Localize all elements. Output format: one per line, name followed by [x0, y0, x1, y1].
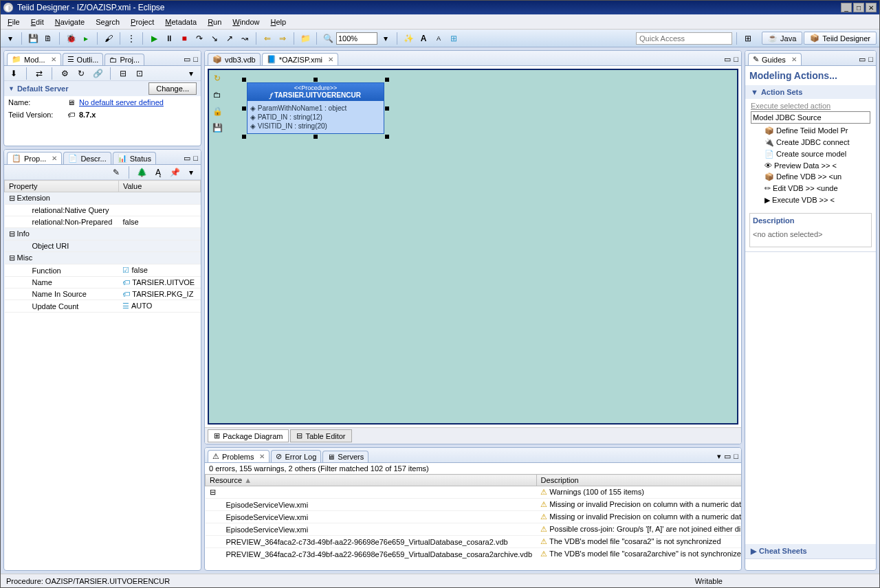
- tab-status[interactable]: 📊Status: [113, 152, 156, 164]
- action-item[interactable]: 📦 Define VDB >> <un: [754, 171, 868, 183]
- col-description[interactable]: Description: [536, 475, 741, 486]
- group-misc[interactable]: ⊟ Misc: [5, 252, 119, 264]
- tab-problems[interactable]: ⚠Problems✕: [208, 450, 270, 462]
- zoom-input[interactable]: [336, 32, 377, 45]
- prop-name-in-source[interactable]: Name In Source: [5, 289, 119, 300]
- stepinto-icon[interactable]: ↘: [208, 32, 221, 45]
- col-value[interactable]: Value: [118, 181, 200, 192]
- problems-row[interactable]: EpisodeServiceView.xmi⚠ Missing or inval…: [206, 511, 742, 523]
- close-icon[interactable]: ✕: [328, 56, 333, 63]
- param-2[interactable]: ◈ PATID_IN : string(12): [250, 113, 381, 122]
- group-info[interactable]: ⊟ Info: [5, 228, 119, 240]
- view-menu-icon[interactable]: ▾: [184, 67, 198, 80]
- procedure-box[interactable]: <<Procedure>> 𝑓 TARSIER.UITVOERENCUR ◈ P…: [247, 82, 384, 134]
- tab-project[interactable]: 🗀Proj...: [104, 54, 144, 65]
- refresh-icon[interactable]: ↻: [74, 67, 88, 80]
- menu-navigate[interactable]: Navigate: [52, 16, 87, 27]
- minimize-view-icon[interactable]: ▭: [724, 55, 731, 64]
- tab-description[interactable]: 📄Descr...: [63, 152, 111, 164]
- stepout-icon[interactable]: ↗: [223, 32, 236, 45]
- maximize-button[interactable]: □: [853, 3, 864, 12]
- sync-icon[interactable]: ⇄: [32, 67, 46, 80]
- prop-non-prepared[interactable]: relational:Non-Prepared: [5, 216, 119, 228]
- save-icon[interactable]: 💾: [26, 32, 40, 45]
- editor-hscroll[interactable]: [230, 412, 726, 423]
- new-icon[interactable]: ▾: [3, 32, 17, 45]
- font-small-icon[interactable]: A: [432, 32, 446, 45]
- palette-refresh-icon[interactable]: ↻: [212, 73, 223, 84]
- debug-icon[interactable]: 🐞: [64, 32, 78, 45]
- link-icon[interactable]: 🔗: [91, 67, 104, 80]
- filter-icon[interactable]: ⚙: [58, 67, 72, 80]
- folder-icon[interactable]: 📁: [298, 32, 312, 45]
- action-item[interactable]: ✏ Edit VDB >> <unde: [754, 183, 868, 194]
- menu-run[interactable]: Run: [205, 16, 224, 27]
- menu-file[interactable]: File: [5, 16, 23, 27]
- prop-update-count[interactable]: Update Count: [5, 300, 119, 313]
- guides-hscroll[interactable]: [745, 559, 876, 570]
- menu-metadata[interactable]: Metadata: [162, 16, 199, 27]
- problems-group-row[interactable]: ⊟⚠ Warnings (100 of 155 items): [206, 486, 742, 499]
- action-sets-header[interactable]: ▼Action Sets: [745, 85, 876, 99]
- tab-model-explorer[interactable]: 📁Mod...✕: [7, 53, 61, 65]
- collapse-icon[interactable]: ⬇: [7, 67, 21, 80]
- tab-servers[interactable]: 🖥Servers: [322, 451, 368, 462]
- az-icon[interactable]: Ą: [151, 166, 165, 179]
- saveall-icon[interactable]: 🗎: [41, 32, 55, 45]
- prop-native-query[interactable]: relational:Native Query: [5, 205, 119, 216]
- problems-row[interactable]: PREVIEW_364faca2-c73d-49bf-aa22-96698e76…: [206, 548, 742, 560]
- new-prop-icon[interactable]: ✎: [109, 166, 123, 179]
- action-item[interactable]: 📦 Define Teiid Model Pr: [754, 125, 868, 137]
- tab-properties[interactable]: 📋Prop...✕: [7, 152, 62, 164]
- group-extension[interactable]: ⊟ Extension: [5, 192, 119, 205]
- action-item[interactable]: 👁 Preview Data >> <: [754, 160, 868, 171]
- view-menu-icon[interactable]: ▾: [184, 166, 198, 179]
- font-large-icon[interactable]: A: [417, 32, 430, 45]
- close-icon[interactable]: ✕: [52, 155, 57, 162]
- action-item[interactable]: 📄 Create source model: [754, 148, 868, 160]
- minimize-view-icon[interactable]: ▭: [859, 55, 866, 64]
- cheat-sheets-header[interactable]: ▶Cheat Sheets: [745, 544, 876, 558]
- quick-access-input[interactable]: [636, 32, 732, 45]
- col-resource[interactable]: Resource ▲: [206, 475, 537, 486]
- menu-window[interactable]: Window: [230, 16, 262, 27]
- collapse-all-icon[interactable]: ⊡: [133, 67, 146, 80]
- properties-hscroll[interactable]: [4, 559, 201, 570]
- play-icon[interactable]: ▶: [147, 32, 161, 45]
- param-3[interactable]: ◈ VISITID_IN : string(20): [250, 122, 381, 131]
- palette-lock-icon[interactable]: 🔒: [212, 106, 223, 117]
- perspective-java[interactable]: ☕Java: [762, 32, 802, 45]
- menu-help[interactable]: Help: [268, 16, 289, 27]
- menu-project[interactable]: Project: [128, 16, 157, 27]
- maximize-view-icon[interactable]: □: [193, 55, 198, 64]
- action-item[interactable]: 🔌 Create JDBC connect: [754, 137, 868, 148]
- maximize-view-icon[interactable]: □: [734, 55, 738, 64]
- prop-name[interactable]: Name: [5, 277, 119, 289]
- minimize-view-icon[interactable]: ▭: [724, 452, 731, 461]
- pause-icon[interactable]: ⏸: [162, 32, 176, 45]
- tool-icon[interactable]: ⋮: [124, 32, 138, 45]
- tab-guides[interactable]: ✎Guides✕: [748, 53, 802, 65]
- action-item[interactable]: ▶ Execute VDB >> <: [754, 194, 868, 206]
- palette-folder-icon[interactable]: 🗀: [212, 89, 223, 100]
- back-icon[interactable]: ⇐: [261, 32, 274, 45]
- brush-icon[interactable]: 🖌: [102, 32, 116, 45]
- col-property[interactable]: Property: [5, 181, 119, 192]
- editor-vscroll[interactable]: [726, 70, 737, 412]
- close-icon[interactable]: ✕: [791, 56, 797, 63]
- problems-row[interactable]: EpisodeServiceView.xmi⚠ Missing or inval…: [206, 499, 742, 511]
- wand-icon[interactable]: ✨: [402, 32, 415, 45]
- tab-package-diagram[interactable]: ⊞Package Diagram: [208, 429, 289, 442]
- prop-function[interactable]: Function: [5, 264, 119, 277]
- close-icon[interactable]: ✕: [259, 453, 265, 460]
- problems-row[interactable]: PREVIEW_364faca2-c73d-49bf-aa22-96698e76…: [206, 536, 742, 548]
- change-server-button[interactable]: Change...: [148, 82, 197, 95]
- close-icon[interactable]: ✕: [51, 56, 56, 63]
- stop-icon[interactable]: ■: [177, 32, 191, 45]
- tab-outline[interactable]: ☰Outli...: [63, 53, 104, 65]
- grid-icon[interactable]: ⊞: [447, 32, 461, 45]
- stepover-icon[interactable]: ↝: [238, 32, 252, 45]
- pin-icon[interactable]: 📌: [168, 166, 182, 179]
- close-button[interactable]: ✕: [866, 3, 877, 12]
- tab-error-log[interactable]: ⊘Error Log: [271, 450, 321, 462]
